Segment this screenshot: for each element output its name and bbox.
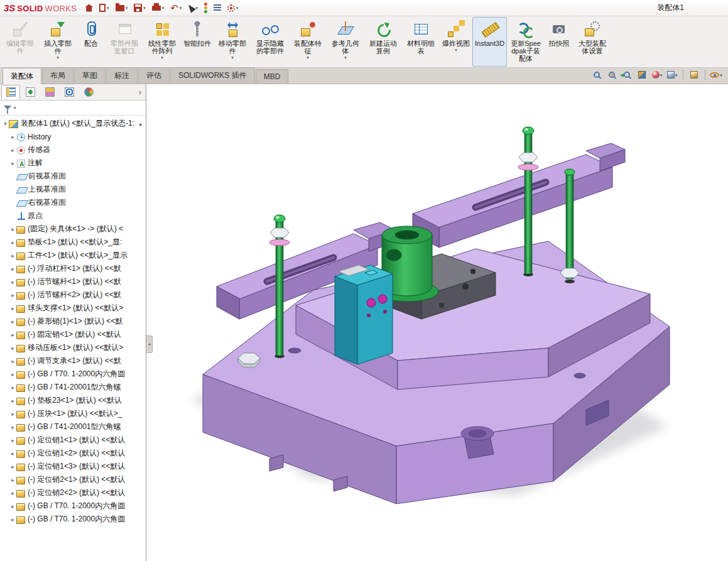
tree-item[interactable]: ▸(-) 固定销<1> (默认) <<默认 [0, 328, 146, 341]
tree-item[interactable]: 上视基准面 [0, 183, 146, 196]
undo-button[interactable]: ↶▾ [168, 1, 183, 15]
expand-arrow-icon[interactable]: ▸ [9, 516, 16, 523]
expand-arrow-icon[interactable]: ▸ [9, 477, 16, 483]
panel-tab-featuremanager[interactable] [1, 85, 20, 99]
exploded-view-button[interactable]: 爆炸视图▾ [440, 17, 472, 67]
zoom-to-fit-button[interactable] [590, 68, 604, 81]
expand-arrow-icon[interactable]: ▸ [9, 437, 16, 444]
smart-fasteners-button[interactable]: 智能扣件 [181, 17, 214, 67]
expand-arrow-icon[interactable]: ▸ [9, 226, 16, 232]
tree-item[interactable]: ▸移动压板<1> (默认) <<默认> [0, 341, 146, 354]
expand-arrow-icon[interactable]: ▸ [9, 147, 16, 153]
tree-item[interactable]: ▸(-) 调节支承<1> (默认) <<默 [0, 354, 146, 368]
bill-of-materials-button[interactable]: 材料明细表 [402, 17, 440, 67]
hide-show-items-button[interactable]: ▾ [709, 68, 723, 81]
linear-component-pattern-button[interactable]: 线性零部件阵列▾ [143, 17, 181, 67]
print-button[interactable]: ▾ [150, 1, 166, 15]
panel-tab-propertymanager[interactable] [21, 85, 40, 99]
tree-item[interactable]: ▸(-) GB / T70. 1-2000内六角圆 [0, 513, 146, 526]
tree-item[interactable]: ▸History [0, 130, 146, 143]
expand-arrow-icon[interactable]: ▸ [9, 292, 16, 298]
tree-item[interactable]: 右视基准面 [0, 196, 146, 209]
tree-item[interactable]: ▸(-) 垫板23<1> (默认) <<默认 [0, 394, 146, 407]
move-component-button[interactable]: 移动零部件▾ [214, 17, 251, 67]
tree-item[interactable]: ▸(-) 定位销1<3> (默认) <<默认 [0, 460, 146, 473]
tab-evaluate[interactable]: 评估 [138, 67, 170, 84]
panel-collapse-handle[interactable]: ◂ [146, 335, 153, 353]
expand-arrow-icon[interactable]: ▸ [9, 279, 16, 285]
mate-button[interactable]: 配合 [77, 17, 106, 67]
expand-arrow-icon[interactable]: ▸ [9, 160, 16, 166]
expand-arrow-icon[interactable]: ▸ [9, 490, 16, 496]
expand-arrow-icon[interactable]: ▸ [9, 345, 16, 351]
tab-mbd[interactable]: MBD [256, 69, 289, 84]
expand-arrow-icon[interactable]: ▸ [9, 253, 16, 259]
display-style-button[interactable]: ▾ [665, 68, 679, 81]
save-button[interactable]: ▾ [132, 1, 148, 15]
open-button[interactable]: ▾ [114, 1, 130, 15]
show-hidden-components-button[interactable]: 显示隐藏的零部件 [251, 17, 289, 67]
tree-item[interactable]: ▸(-) 定位销1<2> (默认) <<默认 [0, 447, 146, 460]
update-speedpak-button[interactable]: 更新Speedpak子装配体 [507, 17, 545, 67]
tree-item[interactable]: ▸(-) GB / T41-20001型六角螺 [0, 381, 146, 394]
tree-item[interactable]: 原点 [0, 209, 146, 222]
expand-arrow-icon[interactable]: ▸ [9, 424, 16, 430]
tree-item[interactable]: ▸工件<1> (默认) <<默认>_显示 [0, 249, 146, 262]
tab-addins[interactable]: SOLIDWORKS 插件 [170, 67, 255, 84]
options-button[interactable]: ▾ [225, 1, 241, 15]
feature-tree-root[interactable]: ▾装配体1 (默认) <默认_显示状态-1:▴ [0, 117, 146, 130]
tree-item[interactable]: ▸球头支撑<1> (默认) <<默认> [0, 302, 146, 315]
zoom-to-area-button[interactable] [605, 68, 619, 81]
expand-arrow-icon[interactable]: ▸ [9, 134, 16, 140]
expand-arrow-icon[interactable]: ▸ [9, 371, 16, 378]
tree-item[interactable]: ▸(-) GB / T70. 1-2000内六角圆 [0, 368, 146, 381]
expand-arrow-icon[interactable]: ▸ [9, 358, 16, 364]
previous-view-button[interactable] [620, 68, 634, 81]
tree-item[interactable]: ▸(-) 活节螺杆<2> (默认) <<默 [0, 288, 146, 302]
select-button[interactable]: ▾ [186, 1, 200, 15]
instant3d-button[interactable]: Instant3D [472, 17, 507, 67]
tree-item[interactable]: 前视基准面 [0, 170, 146, 183]
tab-markup[interactable]: 标注 [106, 67, 138, 84]
tree-item[interactable]: ▸(-) 活节螺杆<1> (默认) <<默 [0, 275, 146, 288]
panel-tab-displaymanager[interactable] [79, 85, 98, 99]
rebuild-button[interactable] [202, 1, 209, 15]
tree-item[interactable]: ▸垫板<1> (默认) <<默认>_显: [0, 236, 146, 249]
viewport-canvas[interactable] [146, 84, 727, 561]
filter-icon[interactable] [4, 106, 11, 110]
filter-dropdown-caret[interactable]: ▾ [14, 106, 16, 110]
expand-arrow-icon[interactable]: ▸ [9, 450, 16, 457]
assembly-features-button[interactable]: 装配体特征▾ [289, 17, 327, 67]
section-view-button[interactable] [635, 68, 649, 81]
panel-tabs-chevron[interactable]: › [136, 87, 144, 97]
take-snapshot-button[interactable]: 拍快照 [545, 17, 573, 67]
tree-item[interactable]: ▸(-) GB / T70. 1-2000内六角圆 [0, 499, 146, 513]
new-motion-study-button[interactable]: 新建运动算例 [364, 17, 402, 67]
expand-arrow-icon[interactable]: ▸ [9, 332, 16, 338]
tree-item[interactable]: ▸(固定) 夹具体<1> -> (默认) < [0, 222, 146, 236]
expand-arrow-icon[interactable]: ▸ [9, 411, 16, 417]
reference-geometry-button[interactable]: 参考几何体▾ [327, 17, 364, 67]
tree-item[interactable]: ▸(-) 定位销1<1> (默认) <<默认 [0, 433, 146, 447]
expand-arrow-icon[interactable]: ▾ [2, 121, 9, 127]
view-orientation-button[interactable] [687, 68, 701, 81]
expand-arrow-icon[interactable]: ▸ [9, 239, 16, 246]
expand-arrow-icon[interactable]: ▸ [9, 266, 16, 272]
tree-item[interactable]: ▸注解 [0, 156, 146, 170]
expand-arrow-icon[interactable]: ▸ [9, 398, 16, 404]
expand-arrow-icon[interactable]: ▸ [9, 384, 16, 391]
panel-tab-configurationmanager[interactable] [40, 85, 59, 99]
tree-item[interactable]: ▸传感器 [0, 143, 146, 156]
hex-nut-left[interactable] [238, 353, 260, 368]
panel-tab-dimxpertmanager[interactable] [60, 85, 79, 99]
large-assembly-settings-button[interactable]: 大型装配体设置 [573, 17, 611, 67]
right-clamp-arm[interactable] [413, 143, 625, 248]
new-document-button[interactable]: ▾ [97, 1, 111, 15]
collapse-items-arrow[interactable]: ▴ [135, 121, 146, 127]
tab-sketch[interactable]: 草图 [74, 67, 106, 84]
slider-block[interactable] [335, 265, 393, 364]
tree-item[interactable]: ▸(-) 定位销2<1> (默认) <<默认 [0, 473, 146, 486]
expand-arrow-icon[interactable]: ▸ [9, 464, 16, 470]
home-button[interactable] [83, 1, 95, 15]
expand-arrow-icon[interactable]: ▸ [9, 319, 16, 325]
